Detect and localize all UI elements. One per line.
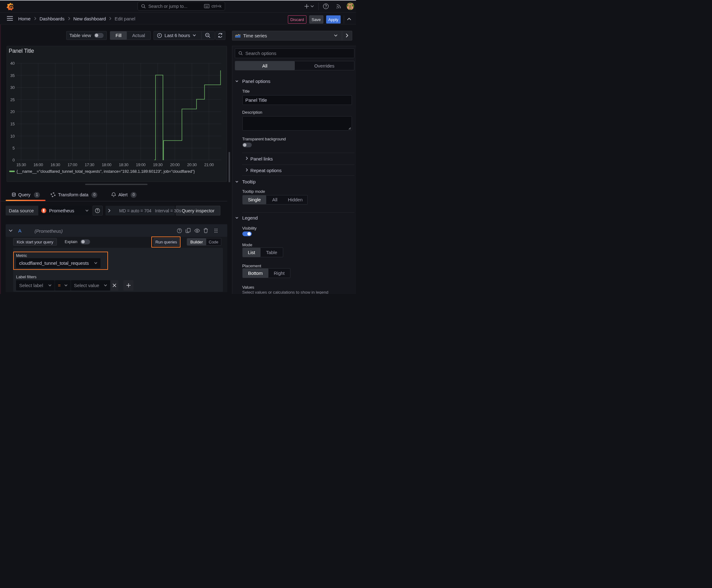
svg-text:10: 10	[10, 134, 15, 139]
svg-text:16:00: 16:00	[33, 162, 43, 167]
svg-text:20:00: 20:00	[170, 162, 180, 167]
svg-text:{__name__="cloudflared_tunnel_: {__name__="cloudflared_tunnel_total_requ…	[17, 169, 195, 174]
svg-text:21:00: 21:00	[204, 162, 214, 167]
svg-text:15: 15	[10, 122, 15, 126]
svg-text:17:00: 17:00	[67, 162, 77, 167]
svg-text:20: 20	[10, 109, 15, 114]
svg-text:16:30: 16:30	[50, 162, 60, 167]
svg-text:17:30: 17:30	[85, 162, 94, 167]
svg-text:35: 35	[10, 73, 15, 78]
svg-text:18:00: 18:00	[102, 162, 111, 167]
svg-text:18:30: 18:30	[118, 162, 128, 167]
svg-text:5: 5	[13, 146, 15, 150]
svg-text:20:30: 20:30	[187, 162, 197, 167]
svg-text:15:30: 15:30	[16, 162, 26, 167]
svg-text:0: 0	[13, 158, 15, 162]
svg-text:25: 25	[10, 97, 15, 102]
svg-text:40: 40	[10, 61, 15, 66]
svg-text:30: 30	[10, 85, 15, 90]
svg-text:19:00: 19:00	[136, 162, 146, 167]
svg-text:19:30: 19:30	[153, 162, 163, 167]
